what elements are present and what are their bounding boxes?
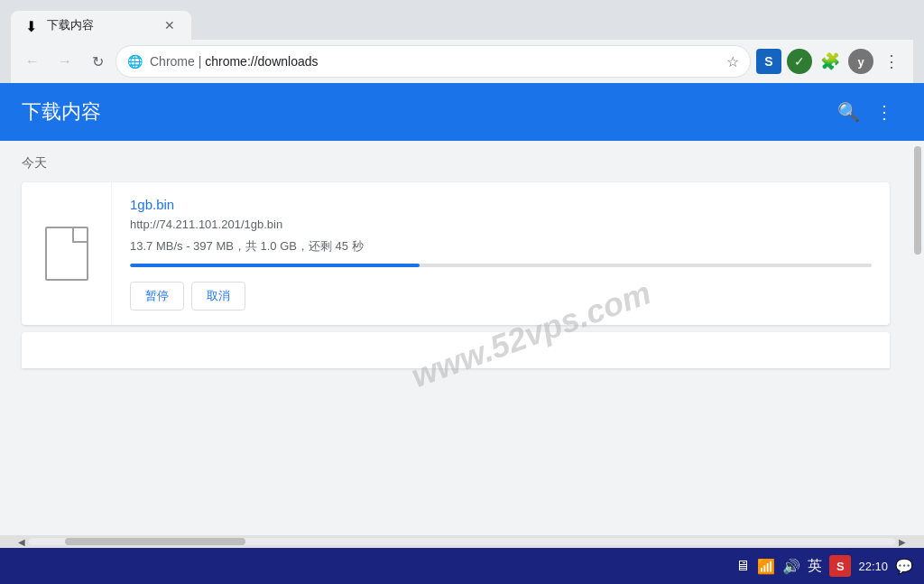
- pause-button[interactable]: 暂停: [130, 282, 184, 311]
- taskbar: 🖥 📶 🔊 英 S 22:10 💬: [0, 548, 924, 584]
- downloads-header: 下载内容 🔍 ⋮: [0, 83, 924, 141]
- scribd-extension-button[interactable]: S: [754, 47, 783, 76]
- taskbar-language-label: 英: [808, 557, 822, 576]
- forward-icon: →: [58, 53, 72, 70]
- forward-button[interactable]: →: [51, 47, 79, 76]
- extensions-button[interactable]: 🧩: [816, 47, 845, 76]
- taskbar-s-icon: S: [829, 555, 851, 577]
- download-status: 13.7 MB/s - 397 MB，共 1.0 GB，还剩 45 秒: [130, 238, 872, 255]
- tab-title: 下载内容: [47, 17, 94, 33]
- search-button[interactable]: 🔍: [830, 94, 866, 130]
- chrome-menu-button[interactable]: ⋮: [877, 47, 906, 76]
- download-card: 1gb.bin http://74.211.101.201/1gb.bin 13…: [22, 182, 890, 325]
- search-icon: 🔍: [837, 101, 860, 123]
- right-scrollbar[interactable]: [911, 141, 924, 535]
- avatar-icon: y: [848, 49, 873, 74]
- progress-container: [130, 264, 872, 267]
- download-info: 1gb.bin http://74.211.101.201/1gb.bin 13…: [112, 182, 890, 325]
- taskbar-time: 22:10: [858, 560, 888, 573]
- file-icon: [45, 227, 88, 281]
- scribd-label: S: [764, 54, 772, 69]
- download-filename[interactable]: 1gb.bin: [130, 197, 872, 212]
- page-title: 下载内容: [22, 98, 830, 125]
- download-url: http://74.211.101.201/1gb.bin: [130, 218, 872, 231]
- scribd-s-icon: S: [756, 49, 781, 74]
- tab-close-button[interactable]: ✕: [162, 18, 177, 32]
- back-icon: ←: [25, 53, 40, 70]
- toolbar: ← → ↻ 🌐 Chrome | chrome://downloads ☆ S: [11, 40, 913, 83]
- h-scroll-thumb[interactable]: [65, 538, 245, 545]
- extensions-area: S ✓ 🧩 y ⋮: [754, 47, 906, 76]
- more-options-button[interactable]: ⋮: [866, 94, 902, 130]
- download-card-partial: [22, 332, 890, 368]
- scroll-right-arrow[interactable]: ▶: [895, 537, 910, 547]
- shield-extension-button[interactable]: ✓: [785, 47, 814, 76]
- puzzle-icon: 🧩: [820, 51, 840, 71]
- bookmark-star-icon[interactable]: ☆: [726, 53, 739, 70]
- cancel-button[interactable]: 取消: [191, 282, 245, 311]
- h-scroll-track[interactable]: [29, 538, 895, 545]
- today-section-label: 今天: [22, 155, 890, 171]
- taskbar-right: 🖥 📶 🔊 英 S 22:10 💬: [735, 555, 913, 577]
- main-area: www.52vps.com 今天 1gb.bin http://74.211.1…: [0, 141, 924, 535]
- tab-bar: ⬇ 下载内容 ✕: [11, 7, 913, 40]
- address-url: chrome://downloads: [205, 54, 318, 69]
- downloads-list: www.52vps.com 今天 1gb.bin http://74.211.1…: [0, 141, 911, 535]
- profile-button[interactable]: y: [846, 47, 875, 76]
- address-bar[interactable]: 🌐 Chrome | chrome://downloads ☆: [116, 45, 751, 78]
- page-content: 下载内容 🔍 ⋮ www.52vps.com 今天 1gb.bin http:/…: [0, 83, 924, 548]
- taskbar-monitor-icon: 🖥: [735, 558, 750, 574]
- progress-bar: [130, 264, 420, 267]
- bottom-scrollbar[interactable]: ◀ ▶: [0, 535, 924, 548]
- vertical-dots-icon: ⋮: [875, 101, 893, 123]
- browser-chrome: ⬇ 下载内容 ✕ ← → ↻ 🌐 Chrome | chrome://downl…: [0, 0, 924, 83]
- address-text: Chrome | chrome://downloads: [150, 54, 719, 69]
- address-favicon: 🌐: [127, 54, 143, 69]
- reload-icon: ↻: [92, 53, 104, 70]
- scroll-left-arrow[interactable]: ◀: [14, 537, 29, 547]
- shield-icon: ✓: [787, 49, 812, 74]
- back-button[interactable]: ←: [18, 47, 47, 76]
- taskbar-volume-icon: 🔊: [782, 558, 800, 575]
- reload-button[interactable]: ↻: [83, 47, 112, 76]
- download-actions: 暂停 取消: [130, 282, 872, 311]
- taskbar-chat-icon: 💬: [895, 558, 913, 575]
- scroll-thumb[interactable]: [914, 146, 921, 255]
- file-icon-area: [22, 182, 112, 325]
- address-scheme: Chrome: [150, 54, 195, 69]
- active-tab[interactable]: ⬇ 下载内容 ✕: [11, 11, 191, 40]
- three-dots-icon: ⋮: [883, 51, 900, 71]
- tab-favicon: ⬇: [25, 18, 40, 32]
- taskbar-wifi-icon: 📶: [757, 558, 775, 575]
